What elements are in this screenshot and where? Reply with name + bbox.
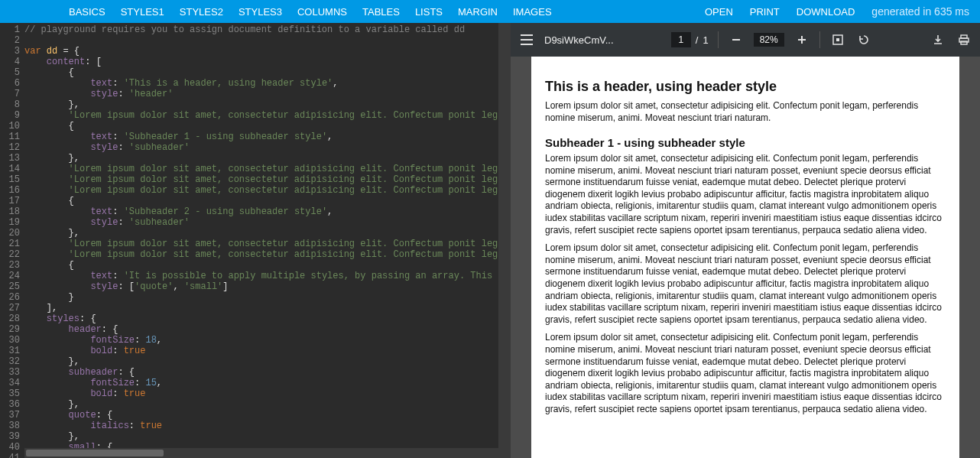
code-line[interactable]: { bbox=[24, 196, 498, 206]
line-number: 36 bbox=[0, 399, 20, 410]
editor-horizontal-scrollbar[interactable] bbox=[24, 448, 498, 458]
code-line[interactable]: { bbox=[24, 260, 498, 271]
line-number: 30 bbox=[0, 335, 20, 346]
code-line[interactable]: 'Lorem ipsum dolor sit amet, consectetur… bbox=[24, 239, 498, 249]
line-number-gutter: 1234567891011121314151617181920212223242… bbox=[0, 23, 24, 458]
doc-paragraph: Lorem ipsum dolor sit amet, consectetur … bbox=[545, 242, 946, 326]
rotate-icon[interactable] bbox=[855, 31, 872, 48]
code-line[interactable]: ], bbox=[24, 303, 498, 313]
code-line[interactable]: style: 'header' bbox=[24, 89, 498, 99]
line-number: 39 bbox=[0, 431, 20, 442]
line-number: 18 bbox=[0, 206, 20, 217]
code-line[interactable]: text: 'This is a header, using header st… bbox=[24, 78, 498, 89]
zoom-out-icon[interactable] bbox=[728, 31, 745, 48]
code-line[interactable]: styles: { bbox=[24, 313, 498, 324]
scrollbar-thumb[interactable] bbox=[26, 450, 164, 456]
code-line[interactable]: { bbox=[24, 67, 498, 78]
code-editor[interactable]: // playground requires you to assign doc… bbox=[24, 23, 498, 458]
line-number: 22 bbox=[0, 249, 20, 260]
code-line[interactable]: } bbox=[24, 292, 498, 303]
nav-columns[interactable]: COLUMNS bbox=[297, 6, 347, 18]
line-number: 19 bbox=[0, 217, 20, 228]
code-line[interactable]: 'Lorem ipsum dolor sit amet, consectetur… bbox=[24, 249, 498, 260]
menu-icon[interactable] bbox=[518, 31, 535, 48]
code-line[interactable]: }, bbox=[24, 431, 498, 442]
page-current-input[interactable] bbox=[671, 32, 691, 47]
code-line[interactable]: }, bbox=[24, 99, 498, 110]
line-number: 34 bbox=[0, 378, 20, 388]
pdf-filename: D9siWkeCmV... bbox=[544, 34, 614, 46]
zoom-level[interactable]: 82% bbox=[754, 33, 784, 47]
page-indicator: / 1 bbox=[671, 32, 709, 47]
editor-vertical-scrollbar[interactable] bbox=[498, 23, 511, 458]
line-number: 27 bbox=[0, 303, 20, 313]
print-button[interactable]: PRINT bbox=[750, 6, 780, 18]
pdf-content-area[interactable]: This is a header, using header style Lor… bbox=[511, 57, 980, 458]
code-line[interactable]: }, bbox=[24, 228, 498, 239]
code-line[interactable]: fontSize: 15, bbox=[24, 378, 498, 388]
code-line[interactable]: 'Lorem ipsum dolor sit amet, consectetur… bbox=[24, 185, 498, 196]
print-pdf-icon[interactable] bbox=[956, 31, 972, 48]
fit-page-icon[interactable] bbox=[829, 31, 846, 48]
doc-subheader: Subheader 1 - using subheader style bbox=[545, 135, 946, 151]
line-number: 15 bbox=[0, 174, 20, 185]
line-number: 7 bbox=[0, 89, 20, 99]
line-number: 25 bbox=[0, 281, 20, 292]
code-line[interactable]: 'Lorem ipsum dolor sit amet, consectetur… bbox=[24, 164, 498, 174]
nav-lists[interactable]: LISTS bbox=[415, 6, 443, 18]
code-line[interactable]: var dd = { bbox=[24, 46, 498, 57]
code-line[interactable] bbox=[24, 35, 498, 46]
code-line[interactable]: header: { bbox=[24, 324, 498, 335]
line-number: 1 bbox=[0, 24, 20, 35]
download-pdf-icon[interactable] bbox=[930, 31, 946, 48]
code-line[interactable]: style: 'subheader' bbox=[24, 217, 498, 228]
code-line[interactable]: italics: true bbox=[24, 421, 498, 431]
code-line[interactable]: }, bbox=[24, 399, 498, 410]
nav-styles2[interactable]: STYLES2 bbox=[180, 6, 223, 18]
line-number: 3 bbox=[0, 46, 20, 57]
code-line[interactable]: // playground requires you to assign doc… bbox=[24, 24, 498, 35]
download-button[interactable]: DOWNLOAD bbox=[797, 6, 855, 18]
line-number: 29 bbox=[0, 324, 20, 335]
line-number: 5 bbox=[0, 67, 20, 78]
code-line[interactable]: style: 'subheader' bbox=[24, 142, 498, 153]
code-line[interactable]: subheader: { bbox=[24, 367, 498, 378]
pdf-toolbar: D9siWkeCmV... / 1 82% bbox=[511, 23, 980, 57]
code-line[interactable]: 'Lorem ipsum dolor sit amet, consectetur… bbox=[24, 110, 498, 121]
code-line[interactable]: content: [ bbox=[24, 57, 498, 67]
line-number: 8 bbox=[0, 99, 20, 110]
code-line[interactable]: style: ['quote', 'small'] bbox=[24, 281, 498, 292]
code-line[interactable]: bold: true bbox=[24, 388, 498, 399]
pdf-page: This is a header, using header style Lor… bbox=[531, 57, 959, 458]
code-line[interactable]: { bbox=[24, 121, 498, 132]
code-line[interactable]: fontSize: 18, bbox=[24, 335, 498, 346]
line-number: 12 bbox=[0, 142, 20, 153]
nav-basics[interactable]: BASICS bbox=[69, 6, 105, 18]
line-number: 31 bbox=[0, 346, 20, 356]
nav-styles3[interactable]: STYLES3 bbox=[239, 6, 282, 18]
pdf-viewer-pane: D9siWkeCmV... / 1 82% bbox=[511, 23, 980, 458]
code-line[interactable]: 'Lorem ipsum dolor sit amet, consectetur… bbox=[24, 174, 498, 185]
code-line[interactable]: quote: { bbox=[24, 410, 498, 421]
code-line[interactable]: }, bbox=[24, 153, 498, 164]
nav-images[interactable]: IMAGES bbox=[513, 6, 552, 18]
line-number: 13 bbox=[0, 153, 20, 164]
line-number: 2 bbox=[0, 35, 20, 46]
line-number: 37 bbox=[0, 410, 20, 421]
code-line[interactable]: bold: true bbox=[24, 346, 498, 356]
line-number: 14 bbox=[0, 164, 20, 174]
doc-paragraph: Lorem ipsum dolor sit amet, consectetur … bbox=[545, 153, 946, 236]
nav-margin[interactable]: MARGIN bbox=[458, 6, 498, 18]
code-line[interactable]: text: 'Subheader 2 - using subheader sty… bbox=[24, 206, 498, 217]
code-line[interactable]: }, bbox=[24, 356, 498, 367]
line-number: 11 bbox=[0, 132, 20, 142]
open-button[interactable]: OPEN bbox=[705, 6, 733, 18]
nav-tables[interactable]: TABLES bbox=[362, 6, 400, 18]
nav-styles1[interactable]: STYLES1 bbox=[121, 6, 164, 18]
line-number: 4 bbox=[0, 57, 20, 67]
code-line[interactable]: text: 'Subheader 1 - using subheader sty… bbox=[24, 132, 498, 142]
zoom-in-icon[interactable] bbox=[793, 31, 810, 48]
code-line[interactable]: text: 'It is possible to apply multiple … bbox=[24, 271, 498, 281]
line-number: 6 bbox=[0, 78, 20, 89]
line-number: 23 bbox=[0, 260, 20, 271]
